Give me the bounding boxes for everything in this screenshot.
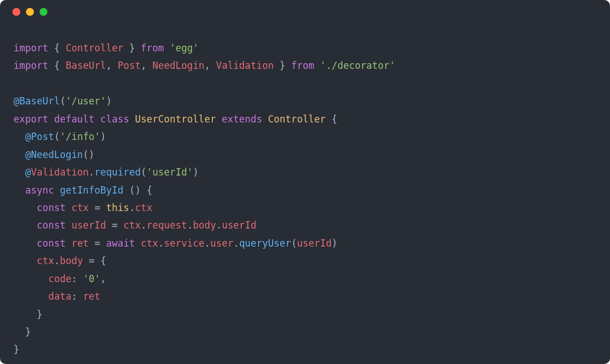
editor-window: import { Controller } from 'egg' import …: [0, 0, 610, 364]
decorator-post: Post: [31, 131, 54, 142]
code-line: import { BaseUrl, Post, NeedLogin, Valid…: [14, 60, 395, 71]
minimize-icon[interactable]: [26, 8, 34, 16]
code-line: import { Controller } from 'egg': [14, 42, 199, 54]
code-line: }: [14, 344, 19, 355]
code-line: async getInfoById () {: [14, 185, 152, 196]
ident-controller: Controller: [66, 42, 123, 54]
method-getinfobyid: getInfoById: [60, 185, 124, 196]
keyword-this: this: [106, 202, 129, 213]
code-line: @Validation.required('userId'): [14, 166, 199, 178]
code-line: @NeedLogin(): [14, 149, 94, 160]
close-icon[interactable]: [12, 8, 20, 16]
code-line: const ctx = this.ctx: [14, 202, 152, 213]
code-line: export default class UserController exte…: [14, 113, 337, 125]
code-block: import { Controller } from 'egg' import …: [14, 40, 596, 359]
code-line: }: [14, 309, 42, 320]
code-line: code: '0',: [14, 273, 106, 284]
code-line: const userId = ctx.request.body.userId: [14, 220, 256, 231]
decorator-needlogin: NeedLogin: [31, 149, 83, 160]
classname-usercontroller: UserController: [135, 113, 216, 125]
code-line: @BaseUrl('/user'): [14, 95, 112, 107]
code-line: }: [14, 326, 31, 337]
string-egg: 'egg': [169, 42, 198, 54]
code-line: data: ret: [14, 291, 101, 302]
code-line: const ret = await ctx.service.user.query…: [14, 238, 337, 249]
at-icon: @: [14, 95, 19, 107]
code-line: ctx.body = {: [14, 255, 106, 266]
decorator-baseurl: BaseUrl: [19, 95, 60, 107]
code-line: @Post('/info'): [14, 131, 106, 142]
decorator-validation: Validation: [31, 166, 89, 178]
keyword-import: import: [14, 42, 48, 54]
string-decorator: './decorator': [320, 60, 395, 71]
zoom-icon[interactable]: [40, 8, 47, 16]
window-titlebar: [0, 0, 610, 24]
